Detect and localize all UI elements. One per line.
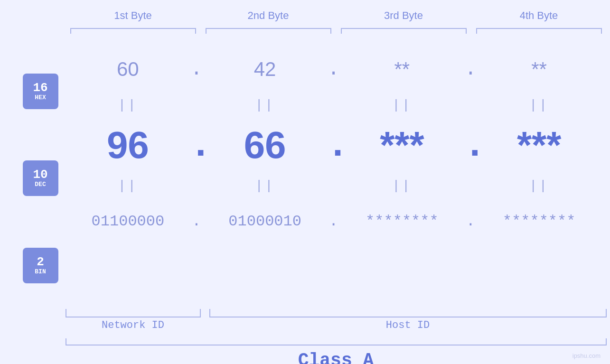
dec-dot-3: . — [463, 124, 478, 167]
eq-row-1: || || || || — [66, 95, 601, 114]
eq-1: || — [66, 98, 189, 112]
bin-dot-1: . — [189, 213, 204, 230]
dec-val-3: *** — [341, 123, 464, 167]
dec-row: 96 . 66 . *** . *** — [66, 114, 601, 176]
dec-dot-1: . — [189, 124, 204, 167]
bracket-1 — [70, 28, 196, 34]
content-area: 16 HEX 10 DEC 2 BIN 60 . 42 — [0, 43, 610, 309]
hex-val-1: 60 — [66, 58, 189, 81]
hex-val-2: 42 — [204, 58, 327, 81]
bin-val-4: ******** — [478, 213, 601, 230]
network-id-label: Network ID — [66, 319, 201, 331]
bin-row: 01100000 . 01000010 . ******** . *******… — [66, 195, 601, 247]
byte-header-1: 1st Byte — [66, 9, 201, 22]
bin-val-1: 01100000 — [66, 213, 189, 230]
eq-5: || — [66, 178, 189, 193]
bracket-3 — [341, 28, 467, 34]
eq-8: || — [478, 178, 601, 193]
badge-column: 16 HEX 10 DEC 2 BIN — [0, 43, 66, 309]
hex-dot-1: . — [189, 58, 204, 81]
hex-row: 60 . 42 . ** . ** — [66, 43, 601, 95]
eq-3: || — [341, 98, 464, 112]
byte-header-4: 4th Byte — [471, 9, 607, 22]
dec-val-2: 66 — [204, 123, 327, 167]
hex-val-4: ** — [478, 58, 601, 81]
dec-val-4: *** — [478, 123, 601, 167]
hex-badge: 16 HEX — [23, 74, 58, 109]
class-label: Class A — [66, 350, 607, 364]
host-id-label: Host ID — [209, 319, 607, 331]
dec-dot-2: . — [327, 124, 341, 167]
bottom-brackets-area: Network ID Host ID Class A — [66, 309, 607, 364]
bin-dot-2: . — [327, 213, 341, 230]
watermark: ipshu.com — [572, 352, 601, 359]
main-container: 1st Byte 2nd Byte 3rd Byte 4th Byte 16 H… — [0, 0, 610, 364]
hex-dot-3: . — [463, 58, 478, 81]
eq-2: || — [204, 98, 327, 112]
hex-dot-2: . — [327, 58, 341, 81]
network-bracket — [66, 309, 201, 317]
eq-7: || — [341, 178, 464, 193]
bracket-2 — [206, 28, 331, 34]
bin-val-2: 01000010 — [204, 213, 327, 230]
bin-val-3: ******** — [341, 213, 464, 230]
dec-val-1: 96 — [66, 123, 189, 167]
hex-val-3: ** — [341, 58, 464, 81]
eq-6: || — [204, 178, 327, 193]
bin-badge: 2 BIN — [23, 248, 58, 283]
eq-row-2: || || || || — [66, 176, 601, 195]
dec-badge: 10 DEC — [23, 160, 58, 196]
byte-header-3: 3rd Byte — [336, 9, 471, 22]
bin-dot-3: . — [463, 213, 478, 230]
bracket-4 — [476, 28, 602, 34]
byte-header-2: 2nd Byte — [201, 9, 336, 22]
eq-4: || — [478, 98, 601, 112]
values-grid: 60 . 42 . ** . ** || || — [66, 43, 610, 247]
host-bracket — [209, 309, 607, 317]
class-bracket — [66, 338, 607, 345]
